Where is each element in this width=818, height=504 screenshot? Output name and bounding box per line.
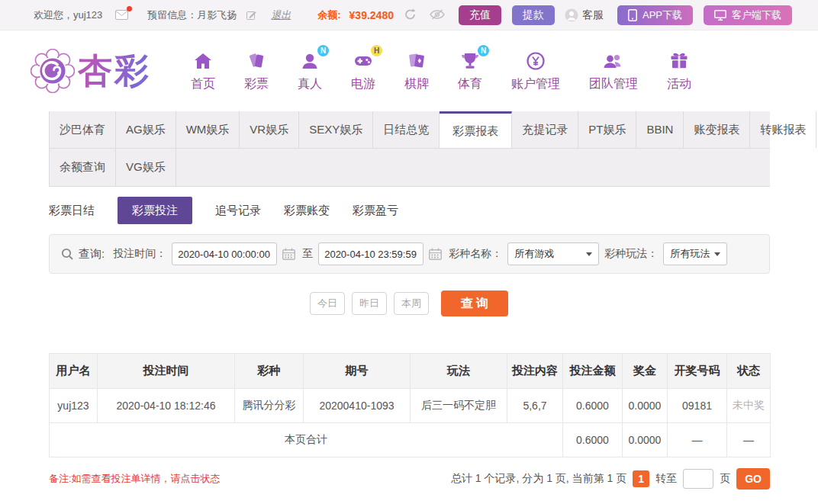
subtab-lottery-bets-active[interactable]: 彩票投注 (118, 197, 192, 224)
gift-icon (667, 50, 691, 72)
notification-dot (127, 6, 132, 11)
brand-emblem-icon (31, 49, 75, 93)
tab-item[interactable]: VG娱乐 (116, 149, 176, 186)
app-download-button[interactable]: APP下载 (617, 5, 693, 25)
tab-row-1: 沙巴体育 AG娱乐 WM娱乐 VR娱乐 SEXY娱乐 日结总览 彩票报表 充提记… (50, 111, 770, 149)
to-label: 至 (302, 247, 313, 261)
play-type-select[interactable]: 所有玩法 (663, 242, 727, 265)
time-to-input[interactable] (318, 242, 423, 265)
lottery-name-value: 所有游戏 (514, 247, 554, 261)
service-label: 客服 (582, 8, 604, 22)
tab-item[interactable]: AG娱乐 (116, 111, 176, 148)
nav-item-team[interactable]: 团队管理 (589, 50, 638, 92)
subtab-item[interactable]: 彩票盈亏 (353, 197, 398, 224)
yesterday-button[interactable]: 昨日 (352, 292, 387, 315)
calendar-icon[interactable] (282, 248, 295, 262)
pagination-summary: 总计 1 个记录, 分为 1 页, 当前第 1 页 (451, 472, 626, 486)
nav-item-activity[interactable]: 活动 (667, 50, 691, 92)
today-button[interactable]: 今日 (310, 292, 345, 315)
current-page-button[interactable]: 1 (633, 470, 649, 487)
phone-icon (628, 9, 637, 21)
lottery-name-select[interactable]: 所有游戏 (507, 242, 599, 265)
tab-item[interactable]: PT娱乐 (578, 111, 636, 148)
new-badge: N (478, 45, 489, 56)
lottery-name-label: 彩种名称： (449, 247, 502, 261)
tab-item[interactable]: 充提记录 (512, 111, 578, 148)
balance-value: ¥39.2480 (349, 9, 394, 21)
main-nav: 首页 彩票 N 真人 H 电游 棋牌 (191, 50, 691, 92)
edit-reserved-button[interactable] (246, 10, 256, 22)
brand-name: 杏彩 (78, 48, 151, 94)
refresh-icon (404, 8, 417, 21)
bet-status-cell[interactable]: 未中奖 (727, 389, 771, 423)
tab-item[interactable]: WM娱乐 (176, 111, 240, 148)
nav-item-lottery[interactable]: 彩票 (244, 50, 269, 92)
this-week-button[interactable]: 本周 (394, 292, 429, 315)
tab-item[interactable]: VR娱乐 (240, 111, 299, 148)
tab-lottery-report-active[interactable]: 彩票报表 (440, 111, 512, 148)
cell-issue: 20200410-1093 (304, 389, 411, 423)
cell-bet-time: 2020-04-10 18:12:46 (98, 389, 235, 423)
withdraw-button[interactable]: 提款 (512, 5, 555, 25)
table-row: yuj123 2020-04-10 18:12:46 腾讯分分彩 2020041… (50, 389, 771, 423)
subtab-item[interactable]: 彩票账变 (284, 197, 330, 224)
go-button[interactable]: GO (736, 468, 770, 490)
home-icon (191, 50, 215, 72)
balance-label: 余额: (317, 8, 340, 22)
table-total-row: 本页合计 0.6000 0.0000 — — (50, 423, 771, 457)
nav-item-home[interactable]: 首页 (191, 50, 215, 92)
refresh-balance-button[interactable] (404, 8, 417, 23)
tab-item[interactable]: 转账报表 (750, 111, 816, 148)
reserved-info-text: 预留信息：月影飞扬 (147, 8, 237, 22)
team-icon (601, 50, 626, 72)
total-draw-number: — (668, 423, 727, 457)
query-button[interactable]: 查 询 (441, 291, 508, 316)
play-type-label: 彩种玩法： (604, 247, 658, 261)
cell-play: 后三一码不定胆 (411, 389, 507, 423)
customer-service-button[interactable]: 客服 (565, 8, 604, 22)
logout-link[interactable]: 退出 (271, 8, 291, 22)
deposit-button[interactable]: 充值 (459, 5, 501, 25)
tab-item[interactable]: 日结总览 (373, 111, 440, 148)
table-header-row: 用户名 投注时间 彩种 期号 玩法 投注内容 投注金额 奖金 开奖号码 状态 (50, 354, 771, 389)
chevron-down-icon (586, 252, 592, 256)
hide-balance-button[interactable] (430, 9, 445, 22)
tab-item[interactable]: 沙巴体育 (50, 111, 116, 148)
col-header-bet-amount: 投注金额 (563, 354, 623, 389)
nav-item-sports[interactable]: N 体育 (458, 50, 482, 92)
lottery-subtabs: 彩票日结 彩票投注 追号记录 彩票账变 彩票盈亏 (49, 197, 770, 224)
bets-table: 用户名 投注时间 彩种 期号 玩法 投注内容 投注金额 奖金 开奖号码 状态 y… (49, 353, 771, 457)
cell-bet-amount: 0.6000 (563, 389, 623, 423)
tab-item[interactable]: BBIN (636, 111, 684, 148)
total-status: — (727, 423, 771, 457)
col-header-issue: 期号 (304, 354, 411, 389)
envelope-icon (115, 10, 128, 20)
client-download-button[interactable]: 客户端下载 (704, 5, 792, 25)
mail-button[interactable] (115, 10, 128, 22)
nav-item-chess[interactable]: 棋牌 (404, 50, 429, 92)
goto-page-input[interactable] (683, 469, 713, 489)
nav-item-egame[interactable]: H 电游 (351, 50, 375, 92)
play-type-value: 所有玩法 (670, 247, 710, 261)
nav-item-live[interactable]: N 真人 (298, 50, 322, 92)
tab-item[interactable]: 余额查询 (50, 149, 116, 186)
total-label-cell: 本页合计 (50, 423, 563, 457)
subtab-item[interactable]: 追号记录 (215, 197, 261, 224)
app-download-label: APP下载 (642, 8, 682, 22)
col-header-draw-number: 开奖号码 (668, 354, 727, 389)
table-footer: 备注:如需查看投注单详情，请点击状态 总计 1 个记录, 分为 1 页, 当前第… (49, 468, 770, 490)
subtab-item[interactable]: 彩票日结 (49, 197, 95, 224)
cell-bet-content: 5,6,7 (507, 389, 563, 423)
calendar-icon[interactable] (429, 248, 442, 262)
client-download-label: 客户端下载 (732, 8, 781, 22)
report-tabstrip: 沙巴体育 AG娱乐 WM娱乐 VR娱乐 SEXY娱乐 日结总览 彩票报表 充提记… (49, 111, 770, 187)
cell-username: yuj123 (50, 389, 98, 423)
cell-lottery: 腾讯分分彩 (235, 389, 304, 423)
col-header-username: 用户名 (50, 354, 98, 389)
pagination: 总计 1 个记录, 分为 1 页, 当前第 1 页 1 转至 页 GO (451, 468, 770, 490)
tab-item[interactable]: SEXY娱乐 (299, 111, 373, 148)
brand-logo[interactable]: 杏彩 (31, 48, 151, 94)
tab-item[interactable]: 账变报表 (684, 111, 750, 148)
nav-item-account[interactable]: 账户管理 (511, 50, 560, 92)
time-from-input[interactable] (172, 242, 277, 265)
